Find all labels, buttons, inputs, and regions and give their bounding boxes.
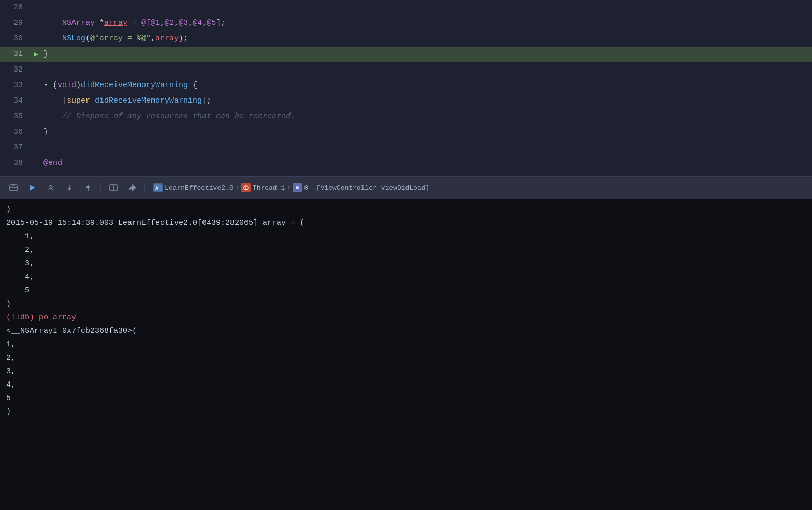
console-line-log: 2015-05-19 15:14:39.003 LearnEffective2.…: [6, 217, 806, 230]
console-output-4: 4,: [6, 271, 806, 284]
console-output[interactable]: ) 2015-05-19 15:14:39.003 LearnEffective…: [0, 199, 812, 510]
line-content-29: NSArray *array = @[@1,@2,@3,@4,@5];: [41, 16, 812, 31]
line-arrow-34: [31, 93, 41, 109]
console-ptr-close: ): [6, 405, 806, 419]
step-out-btn[interactable]: [80, 180, 96, 195]
breadcrumb-chevron-1: ›: [236, 184, 239, 191]
code-line-31: 31 ▶ }: [0, 47, 812, 62]
code-line-33: 33 - (void)didReceiveMemoryWarning {: [0, 78, 812, 93]
console-ptr-1: 1,: [6, 338, 806, 351]
line-arrow-30: [31, 31, 41, 47]
line-number-28: 28: [0, 0, 31, 16]
frame-icon: [293, 183, 302, 192]
line-arrow-33: [31, 78, 41, 93]
code-line-35: 35 // Dispose of any resources that can …: [0, 109, 812, 124]
code-line-36: 36 }: [0, 124, 812, 140]
line-arrow-28: [31, 0, 41, 16]
console-output-2: 2,: [6, 244, 806, 257]
line-number-35: 35: [0, 109, 31, 124]
frame-name: 0 -[ViewController viewDidLoad]: [304, 184, 429, 192]
code-line-29: 29 NSArray *array = @[@1,@2,@3,@4,@5];: [0, 16, 812, 31]
line-arrow-32: [31, 62, 41, 78]
svg-marker-4: [86, 185, 90, 188]
thread-name: Thread 1: [253, 184, 285, 192]
svg-marker-2: [30, 185, 35, 191]
code-editor: 28 29 NSArray *array = @[@1,@2,@3,@4,@5]…: [0, 0, 812, 176]
thread-icon: [241, 183, 251, 192]
line-number-33: 33: [0, 78, 31, 93]
breadcrumb-frame[interactable]: 0 -[ViewController viewDidLoad]: [293, 183, 429, 192]
line-arrow-35: [31, 109, 41, 124]
line-number-30: 30: [0, 31, 31, 47]
line-number-38: 38: [0, 155, 31, 171]
code-line-32: 32: [0, 62, 812, 78]
line-arrow-36: [31, 124, 41, 140]
app-icon: A: [153, 183, 163, 192]
console-output-3: 3,: [6, 257, 806, 271]
code-line-38: 38 @end: [0, 155, 812, 171]
line-content-34: [super didReceiveMemoryWarning];: [41, 93, 812, 109]
app-name: LearnEffective2.0: [165, 184, 234, 192]
console-ptr-3: 3,: [6, 365, 806, 378]
line-content-33: - (void)didReceiveMemoryWarning {: [41, 78, 812, 93]
svg-point-13: [296, 186, 299, 189]
location-btn[interactable]: [124, 180, 140, 195]
console-output-1: 1,: [6, 230, 806, 244]
code-line-28: 28: [0, 0, 812, 16]
line-arrow-29: [31, 16, 41, 31]
continue-btn[interactable]: [24, 180, 40, 195]
breadcrumb-thread[interactable]: Thread 1: [241, 183, 285, 192]
split-view-btn[interactable]: [105, 180, 122, 195]
breadcrumb-chevron-2: ›: [287, 184, 291, 191]
svg-text:A: A: [155, 185, 158, 191]
line-number-32: 32: [0, 62, 31, 78]
svg-marker-3: [67, 188, 71, 191]
console-pointer-line: <__NSArrayI 0x7fcb2368fa30>(: [6, 324, 806, 338]
console-prompt: (lldb) po array: [6, 311, 806, 324]
line-content-37: [41, 140, 812, 155]
line-content-38: @end: [41, 155, 812, 171]
step-into-btn[interactable]: [61, 180, 78, 195]
line-arrow-37: [31, 140, 41, 155]
breadcrumb-app[interactable]: A LearnEffective2.0: [153, 183, 234, 192]
console-output-5: 5: [6, 284, 806, 298]
code-line-37: 37: [0, 140, 812, 155]
console-ptr-4: 4,: [6, 378, 806, 392]
line-content-35: // Dispose of any resources that can be …: [41, 109, 812, 124]
line-number-31: 31: [0, 47, 31, 62]
console-output-close: ): [6, 298, 806, 311]
code-line-34: 34 [super didReceiveMemoryWarning];: [0, 93, 812, 109]
toolbar-sep-2: [144, 182, 145, 193]
console-ptr-2: 2,: [6, 351, 806, 365]
line-content-31: }: [41, 47, 812, 62]
line-number-37: 37: [0, 140, 31, 155]
debug-toolbar: A LearnEffective2.0 › Thread 1 ›: [0, 176, 812, 199]
line-content-36: }: [41, 124, 812, 140]
line-arrow-31: ▶: [31, 47, 41, 62]
line-number-34: 34: [0, 93, 31, 109]
breadcrumb: A LearnEffective2.0 › Thread 1 ›: [153, 183, 429, 192]
line-arrow-38: [31, 155, 41, 171]
step-over-btn[interactable]: [42, 180, 59, 195]
show-hide-btn[interactable]: [5, 180, 22, 195]
code-line-30: 30 NSLog(@"array = %@",array);: [0, 31, 812, 47]
line-content-28: [41, 0, 812, 16]
toolbar-sep-1: [100, 182, 101, 193]
line-content-30: NSLog(@"array = %@",array);: [41, 31, 812, 47]
line-number-36: 36: [0, 124, 31, 140]
line-number-29: 29: [0, 16, 31, 31]
console-line-close-paren: ): [6, 203, 806, 217]
console-ptr-5: 5: [6, 392, 806, 405]
line-content-32: [41, 62, 812, 78]
